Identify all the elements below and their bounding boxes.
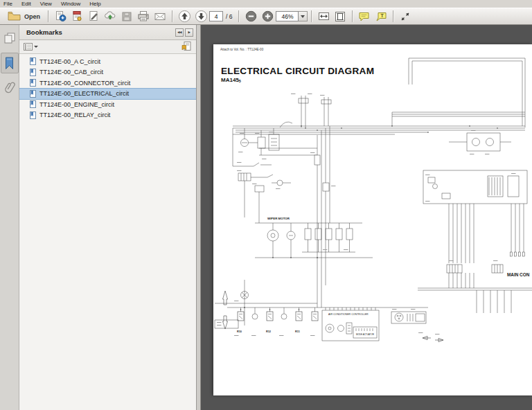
zoom-level-input[interactable]: 46% — [276, 11, 299, 21]
upload-cloud-icon — [104, 10, 116, 22]
toolbar-separator — [352, 10, 353, 22]
diagram-label-main-controller: MAIN CON — [507, 272, 530, 277]
bookmarks-tab[interactable] — [1, 53, 19, 73]
bookmark-page-icon — [30, 69, 36, 76]
bookmarks-options-row — [19, 40, 196, 54]
bookmark-label: TT124E-00_ENGINE_circit — [39, 101, 114, 108]
bookmarks-panel-title: Bookmarks — [26, 28, 174, 36]
document-viewport[interactable]: Attach to Vol. No. : TT124E-00 ELECTRICA… — [201, 25, 532, 410]
bookmark-item-selected[interactable]: TT124E-00_ELECTRICAL_circit — [19, 89, 196, 100]
bookmarks-options-menu-button[interactable] — [24, 43, 38, 51]
save-disk-icon — [121, 11, 132, 22]
menu-view[interactable]: View — [40, 1, 52, 7]
chevron-down-icon — [301, 15, 305, 18]
options-list-icon — [24, 43, 33, 51]
export-pdf-button[interactable] — [69, 9, 85, 24]
bookmark-label: TT124E-00_ELECTRICAL_circit — [39, 90, 129, 97]
diagram-label-relay-r10: R10 — [237, 330, 242, 333]
toolbar-separator — [311, 10, 312, 22]
bookmark-page-icon — [30, 90, 36, 98]
menu-window[interactable]: Window — [61, 1, 80, 7]
open-button-label: Open — [24, 13, 40, 20]
bookmark-page-icon — [30, 57, 36, 65]
save-download-button[interactable] — [52, 9, 69, 24]
pdf-viewer-window: File Edit View Window Help Open — [0, 0, 532, 410]
upload-button[interactable] — [102, 9, 118, 24]
page-total-label: / 6 — [226, 13, 232, 20]
open-button[interactable]: Open — [3, 9, 44, 24]
page-title: ELECTRICAL CIRCUIT DIAGRAM — [221, 66, 374, 76]
toolbar-separator — [393, 10, 393, 22]
bookmark-item[interactable]: TT124E-00_CAB_circit — [19, 67, 196, 78]
sign-pen-icon — [88, 10, 100, 22]
minus-circle-icon — [245, 10, 257, 22]
printer-icon — [137, 10, 150, 22]
plus-circle-icon — [262, 10, 274, 22]
bookmark-icon — [4, 57, 15, 70]
page-up-icon — [178, 10, 191, 23]
previous-page-button[interactable] — [176, 9, 193, 24]
collapse-panel-button[interactable]: ◀◀ — [175, 28, 184, 37]
zoom-dropdown-button[interactable] — [299, 11, 308, 21]
paperclip-icon — [4, 80, 15, 96]
bookmark-page-icon — [30, 112, 36, 119]
circuit-diagram: Attach to Vol. No. : TT124E-00 ELECTRICA… — [213, 44, 532, 395]
bookmark-item[interactable]: TT124E-00_RELAY_circit — [19, 110, 196, 121]
fit-width-button[interactable] — [315, 9, 332, 24]
schematic-linework — [215, 58, 532, 342]
bookmark-label: TT124E-00_A C_circit — [39, 58, 100, 65]
diagram-label-air-conditioner-controller: AIR CONDITIONER CONTROLLER — [328, 313, 369, 316]
menu-help[interactable]: Help — [89, 1, 100, 7]
fit-width-icon — [318, 11, 330, 21]
navigation-pane-strip — [0, 25, 19, 410]
attachments-tab[interactable] — [1, 78, 19, 98]
print-button[interactable] — [135, 9, 152, 24]
menu-file[interactable]: File — [3, 1, 12, 7]
model-suffix-label: -5 — [238, 79, 241, 83]
page-number-input[interactable]: 4 — [209, 11, 223, 21]
fullscreen-button[interactable] — [397, 9, 414, 24]
fit-page-icon — [335, 11, 346, 22]
envelope-icon — [154, 11, 166, 21]
menu-edit[interactable]: Edit — [21, 1, 31, 7]
bookmark-page-icon — [30, 100, 36, 108]
new-bookmark-button[interactable] — [181, 41, 192, 53]
pages-icon — [3, 33, 16, 44]
secure-pdf-icon — [71, 10, 83, 22]
open-folder-icon — [8, 11, 21, 22]
bookmarks-list: TT124E-00_A C_circit TT124E-00_CAB_circi… — [19, 54, 196, 410]
text-callout-button[interactable]: T — [373, 9, 389, 24]
bookmark-label: TT124E-00_CONNECTOR_circit — [39, 80, 130, 87]
diagram-label-wiper-motor: WIPER MOTOR — [267, 217, 290, 220]
diagram-label-mode-actuator: MODE ACTUATOR — [356, 333, 375, 336]
save-button[interactable] — [118, 9, 135, 24]
bookmark-item[interactable]: TT124E-00_A C_circit — [19, 56, 196, 67]
bookmarks-panel: Bookmarks ◀◀ ▶ TT124E-00_A C_circit — [19, 25, 197, 410]
callout-icon: T — [375, 11, 387, 22]
comment-button[interactable] — [356, 9, 373, 24]
toolbar-separator — [172, 10, 172, 22]
model-label: MA145 — [221, 77, 239, 83]
expand-panel-button[interactable]: ▶ — [185, 28, 193, 37]
new-bookmark-icon — [181, 42, 192, 51]
zoom-out-button[interactable] — [242, 9, 259, 24]
diagram-label-relay-r11: R11 — [295, 330, 300, 333]
bookmark-item[interactable]: TT124E-00_ENGINE_circit — [19, 99, 196, 110]
bookmarks-panel-header: Bookmarks ◀◀ ▶ — [19, 25, 196, 40]
diagram-label-relay-r12: R12 — [266, 330, 271, 333]
comment-bubble-icon — [358, 11, 371, 22]
fit-page-button[interactable] — [332, 9, 348, 24]
save-download-icon — [55, 10, 66, 22]
zoom-in-button[interactable] — [259, 9, 276, 24]
attach-note: Attach to Vol. No. : TT124E-00 — [220, 48, 264, 51]
menu-bar: File Edit View Window Help — [0, 0, 532, 8]
page-thumbnails-tab[interactable] — [1, 28, 19, 48]
next-page-button[interactable] — [193, 9, 209, 24]
bookmark-page-icon — [30, 79, 36, 87]
sign-button[interactable] — [85, 9, 102, 24]
bookmark-item[interactable]: TT124E-00_CONNECTOR_circit — [19, 78, 196, 89]
document-page: Attach to Vol. No. : TT124E-00 ELECTRICA… — [213, 44, 532, 395]
toolbar-separator — [238, 10, 239, 22]
email-button[interactable] — [152, 9, 168, 24]
fullscreen-arrows-icon — [400, 11, 411, 22]
